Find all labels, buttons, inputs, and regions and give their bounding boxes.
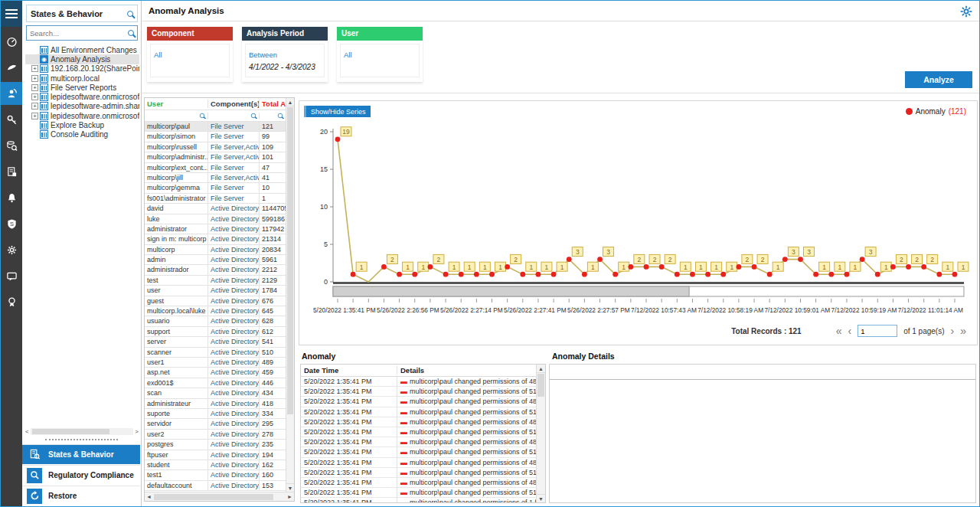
- user-table-row[interactable]: multicorp\jill File Server,Active Dir...…: [145, 173, 294, 183]
- anomaly-table-vscrollbar[interactable]: ▲ ▼: [536, 365, 545, 502]
- permissions-key-icon[interactable]: [1, 108, 22, 131]
- filter-user[interactable]: [145, 113, 208, 119]
- user-table-row[interactable]: suporte Active Directory 334: [145, 409, 294, 419]
- tree-item[interactable]: + 192.168.20.192(SharePoint): [25, 64, 139, 74]
- user-table-row[interactable]: usuario Active Directory 628: [145, 316, 294, 326]
- tree-item[interactable]: + All Environment Changes: [25, 45, 139, 54]
- analyze-button[interactable]: Analyze: [905, 71, 972, 88]
- between-link[interactable]: Between: [249, 51, 277, 59]
- anomaly-row[interactable]: 5/20/2022 1:35:41 PM ▬multicorp\paul cha…: [301, 427, 545, 437]
- user-table-row[interactable]: admin Active Directory 5961: [145, 255, 294, 265]
- user-table-row[interactable]: student Active Directory 162: [145, 460, 294, 470]
- user-table-row[interactable]: defaultaccount Active Directory 153: [145, 481, 294, 491]
- col-user[interactable]: User: [145, 100, 208, 108]
- user-table-row[interactable]: test1 Active Directory 160: [145, 470, 294, 480]
- user-table-row[interactable]: luke Active Directory 599186: [145, 214, 294, 224]
- anomaly-row[interactable]: 5/20/2022 1:35:41 PM ▬multicorp\paul cha…: [301, 498, 545, 503]
- user-table-row[interactable]: support Active Directory 612: [145, 327, 294, 337]
- user-table-row[interactable]: user1 Active Directory 489: [145, 358, 294, 368]
- user-table-row[interactable]: multicorp\administr... File Server,Activ…: [145, 152, 294, 162]
- user-table-row[interactable]: guest Active Directory 676: [145, 296, 294, 306]
- user-table-row[interactable]: multicorp\gemma File Server 10: [145, 183, 294, 193]
- filter-icon[interactable]: [278, 113, 283, 118]
- anomaly-row[interactable]: 5/20/2022 1:35:41 PM ▬multicorp\paul cha…: [301, 488, 545, 498]
- menu-icon[interactable]: [1, 1, 22, 27]
- user-table-row[interactable]: administrator Active Directory 117942: [145, 224, 294, 234]
- tree-item[interactable]: + lepidesoftware-admin.sharepoint.c: [25, 102, 139, 111]
- user-table-row[interactable]: multicorp Active Directory 20834: [145, 245, 294, 255]
- col-components[interactable]: Component(s): [208, 100, 260, 108]
- anomaly-row[interactable]: 5/20/2022 1:35:41 PM ▬multicorp\paul cha…: [301, 407, 545, 417]
- splitter-handle[interactable]: [45, 439, 118, 440]
- filter-components[interactable]: [208, 113, 260, 119]
- user-table-row[interactable]: servidor Active Directory 295: [145, 419, 294, 429]
- anomaly-row[interactable]: 5/20/2022 1:35:41 PM ▬multicorp\paul cha…: [301, 458, 545, 468]
- scroll-right-icon[interactable]: >: [135, 428, 139, 435]
- scroll-down-icon[interactable]: ▼: [286, 483, 294, 492]
- user-table-row[interactable]: ftpuser Active Directory 194: [145, 450, 294, 460]
- last-page-icon[interactable]: »: [960, 326, 966, 335]
- user-table-row[interactable]: multicorp.local\luke Active Directory 64…: [145, 306, 294, 316]
- anomaly-row[interactable]: 5/20/2022 1:35:41 PM ▬multicorp\paul cha…: [301, 417, 545, 427]
- sidebar-hscrollbar[interactable]: < >: [25, 427, 139, 436]
- user-table-row[interactable]: multicorp\paul File Server 121: [145, 122, 294, 132]
- badge-icon[interactable]: [1, 290, 22, 313]
- scroll-left-icon[interactable]: <: [25, 428, 29, 435]
- scroll-down-icon[interactable]: ▼: [537, 494, 545, 502]
- user-table-row[interactable]: test Active Directory 2129: [145, 276, 294, 286]
- col-datetime[interactable]: Date Time: [301, 366, 397, 375]
- user-table-row[interactable]: sign in m: multicorp Active Directory 21…: [145, 234, 294, 244]
- scroll-right-icon[interactable]: ►: [286, 494, 294, 499]
- search-input[interactable]: [30, 29, 128, 38]
- user-table-hscrollbar[interactable]: ◄ ►: [145, 492, 294, 501]
- anomaly-row[interactable]: 5/20/2022 1:35:41 PM ▬multicorp\paul cha…: [301, 437, 545, 447]
- configuration-gear-icon[interactable]: [959, 5, 973, 21]
- tree-item[interactable]: + multicorp.local: [25, 74, 139, 83]
- alerts-bell-icon[interactable]: [1, 186, 22, 209]
- tree-item[interactable]: + lepidesoftware.onmicrosoft.com(C: [25, 111, 139, 120]
- expand-icon[interactable]: +: [31, 93, 38, 100]
- search-icon[interactable]: [128, 30, 134, 36]
- filter-icon[interactable]: [200, 113, 204, 118]
- user-table-row[interactable]: server Active Directory 541: [145, 337, 294, 347]
- tree-item[interactable]: + File Server Reports: [25, 83, 139, 92]
- sidebar-nav-item[interactable]: Regulatory Compliance: [22, 465, 140, 485]
- anomaly-row[interactable]: 5/20/2022 1:35:41 PM ▬multicorp\paul cha…: [301, 478, 545, 488]
- tree-item[interactable]: + Console Auditing: [25, 130, 139, 139]
- anomaly-row[interactable]: 5/20/2022 1:35:41 PM ▬multicorp\paul cha…: [301, 468, 545, 478]
- audit-search-icon[interactable]: [1, 134, 22, 157]
- col-details[interactable]: Details: [397, 366, 536, 375]
- user-table-row[interactable]: user Active Directory 1784: [145, 286, 294, 296]
- user-table-row[interactable]: david Active Directory 1144705: [145, 204, 294, 214]
- col-total[interactable]: Total A: [260, 100, 286, 108]
- user-table-row[interactable]: scanner Active Directory 510: [145, 348, 294, 358]
- anomaly-row[interactable]: 5/20/2022 1:35:41 PM ▬multicorp\paul cha…: [301, 377, 545, 387]
- user-table-row[interactable]: multicorp\simon File Server 99: [145, 132, 294, 142]
- reports-icon[interactable]: [1, 160, 22, 183]
- user-table-row[interactable]: multicorp\ext_cont... File Server 47: [145, 163, 294, 173]
- tree-item[interactable]: + lepidesoftware.onmicrosoft.com(E: [25, 92, 139, 101]
- scroll-left-icon[interactable]: ◄: [145, 494, 153, 499]
- scroll-up-icon[interactable]: ▲: [537, 365, 545, 373]
- user-behavior-icon[interactable]: [1, 56, 22, 79]
- next-page-icon[interactable]: ›: [951, 326, 955, 335]
- security-shield-icon[interactable]: S: [1, 212, 22, 235]
- filter-total[interactable]: [260, 113, 286, 119]
- user-table-row[interactable]: administrador Active Directory 2212: [145, 265, 294, 275]
- expand-icon[interactable]: +: [31, 75, 38, 82]
- chart-legend[interactable]: Anomaly (121): [906, 107, 966, 116]
- anomaly-row[interactable]: 5/20/2022 1:35:41 PM ▬multicorp\paul cha…: [301, 447, 545, 457]
- user-table-row[interactable]: postgres Active Directory 235: [145, 440, 294, 450]
- filter-icon[interactable]: [251, 113, 256, 118]
- dashboard-icon[interactable]: [1, 30, 22, 53]
- anomaly-row[interactable]: 5/20/2022 1:35:41 PM ▬multicorp\paul cha…: [301, 397, 545, 407]
- user-table-row[interactable]: user2 Active Directory 278: [145, 430, 294, 440]
- component-all-link[interactable]: All: [154, 51, 162, 59]
- expand-icon[interactable]: +: [31, 103, 38, 110]
- page-number-input[interactable]: [858, 325, 897, 337]
- show-hide-series-button[interactable]: Show/Hide Series: [304, 106, 371, 117]
- user-table-row[interactable]: scan Active Directory 434: [145, 388, 294, 398]
- user-table-row[interactable]: fs001\administrator File Server 1: [145, 194, 294, 204]
- anomaly-line-chart[interactable]: 0510152019121121111211131312221111221331…: [302, 121, 973, 305]
- message-icon[interactable]: [1, 264, 22, 287]
